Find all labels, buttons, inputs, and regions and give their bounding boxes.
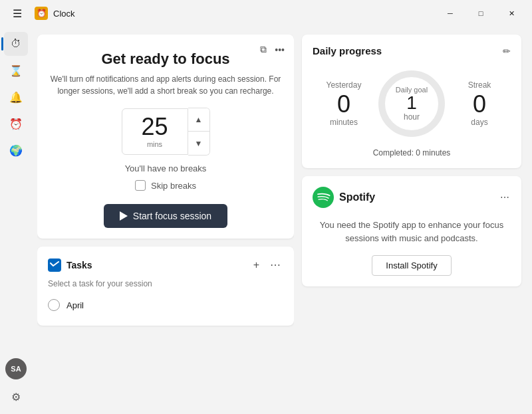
focus-card: ⧉ ••• Get ready to focus We'll turn off … (37, 35, 294, 239)
install-spotify-button[interactable]: Install Spotify (372, 255, 451, 276)
avatar[interactable]: SA (5, 358, 27, 379)
start-focus-button[interactable]: Start focus session (104, 204, 227, 228)
task-item: April (48, 295, 283, 315)
svg-point-1 (313, 187, 334, 208)
start-button-label: Start focus session (133, 211, 211, 221)
sidebar-item-clock[interactable]: ⏰ (4, 112, 28, 136)
spotify-more-button[interactable]: ⋯ (499, 191, 511, 204)
streak-unit: days (448, 118, 511, 127)
focus-description: We'll turn off notifications and app ale… (48, 73, 283, 97)
daily-progress-card: Daily progress ✏ Yesterday 0 minutes (302, 35, 521, 168)
timer-increment-button[interactable]: ▲ (188, 108, 209, 132)
focus-card-icons: ⧉ ••• (259, 43, 286, 56)
hamburger-icon: ☰ (13, 7, 22, 20)
goal-value: 1 (396, 94, 428, 112)
pip-icon[interactable]: ⧉ (259, 43, 268, 56)
sidebar-item-world[interactable]: 🌍 (4, 138, 28, 162)
app-body: ⏱ ⌛ 🔔 ⏰ 🌍 SA ⚙ ⧉ ••• G (0, 27, 532, 414)
goal-unit: hour (396, 112, 428, 122)
spotify-name: Spotify (339, 191, 375, 203)
settings-button[interactable]: ⚙ (4, 385, 28, 409)
select-task-label: Select a task for your session (48, 279, 283, 288)
timer-icon: ⏱ (11, 38, 21, 50)
clock-icon: ⏰ (9, 118, 23, 130)
skip-breaks-checkbox[interactable] (135, 180, 146, 191)
timer-controls: ▲ ▼ (188, 108, 210, 155)
focus-title: Get ready to focus (48, 51, 283, 68)
yesterday-unit: minutes (313, 118, 375, 127)
sidebar-item-alarm[interactable]: 🔔 (4, 85, 28, 109)
tasks-icon (48, 259, 61, 272)
close-button[interactable]: ✕ (496, 3, 527, 24)
titlebar: ☰ ⏰ Clock ─ □ ✕ (0, 0, 532, 27)
tasks-title: Tasks (66, 260, 245, 270)
hamburger-button[interactable]: ☰ (5, 3, 29, 24)
streak-value: 0 (448, 92, 511, 116)
spotify-header: Spotify ⋯ (313, 187, 511, 208)
streak-stat: Streak 0 days (448, 80, 511, 127)
sidebar: ⏱ ⌛ 🔔 ⏰ 🌍 SA ⚙ (0, 27, 32, 414)
maximize-button[interactable]: □ (466, 3, 496, 24)
minimize-button[interactable]: ─ (435, 3, 466, 24)
completed-text: Completed: 0 minutes (313, 148, 511, 157)
timer-stepper: 25 mins ▲ ▼ (48, 108, 283, 155)
app-title: Clock (53, 9, 75, 19)
edit-icon[interactable]: ✏ (503, 46, 511, 56)
yesterday-stat: Yesterday 0 minutes (313, 80, 375, 127)
timer-display: 25 mins (122, 108, 188, 155)
tasks-more-button[interactable]: ⋯ (267, 257, 283, 272)
content-area: ⧉ ••• Get ready to focus We'll turn off … (32, 27, 532, 414)
timer-unit: mins (147, 140, 162, 148)
streak-label: Streak (448, 80, 511, 90)
timer-value: 25 (141, 115, 168, 139)
progress-title: Daily progress (313, 45, 382, 56)
tasks-card: Tasks + ⋯ Select a task for your session… (37, 247, 294, 326)
left-panel: ⧉ ••• Get ready to focus We'll turn off … (37, 35, 294, 406)
yesterday-value: 0 (313, 92, 375, 116)
right-panel: Daily progress ✏ Yesterday 0 minutes (302, 35, 521, 406)
spotify-card: Spotify ⋯ You need the Spotify app to en… (302, 176, 521, 286)
donut-center: Daily goal 1 hour (396, 86, 428, 122)
sidebar-item-timer[interactable]: ⏱ (4, 32, 28, 56)
stats-row: Yesterday 0 minutes Daily goal 1 hour (313, 67, 511, 140)
progress-header: Daily progress ✏ (313, 45, 511, 56)
globe-icon: 🌍 (9, 144, 23, 157)
app-icon: ⏰ (35, 7, 48, 20)
bell-icon: 🔔 (9, 91, 23, 104)
play-icon (120, 211, 128, 221)
task-name: April (66, 300, 84, 310)
timer-decrement-button[interactable]: ▼ (188, 132, 209, 155)
yesterday-label: Yesterday (313, 80, 375, 90)
spotify-description: You need the Spotify app to enhance your… (313, 219, 511, 245)
skip-breaks-row: Skip breaks (48, 180, 283, 191)
add-task-button[interactable]: + (251, 258, 262, 272)
daily-goal-donut: Daily goal 1 hour (375, 67, 448, 140)
breaks-text: You'll have no breaks (48, 163, 283, 173)
gear-icon: ⚙ (11, 391, 21, 403)
spotify-brand: Spotify (313, 187, 375, 208)
task-radio[interactable] (48, 299, 60, 311)
more-icon[interactable]: ••• (273, 43, 286, 56)
skip-breaks-label[interactable]: Skip breaks (151, 181, 196, 191)
spotify-logo (313, 187, 334, 208)
tasks-header: Tasks + ⋯ (48, 257, 283, 272)
window-controls: ─ □ ✕ (435, 3, 527, 24)
sidebar-item-hourglass[interactable]: ⌛ (4, 58, 28, 82)
hourglass-icon: ⌛ (9, 64, 23, 77)
